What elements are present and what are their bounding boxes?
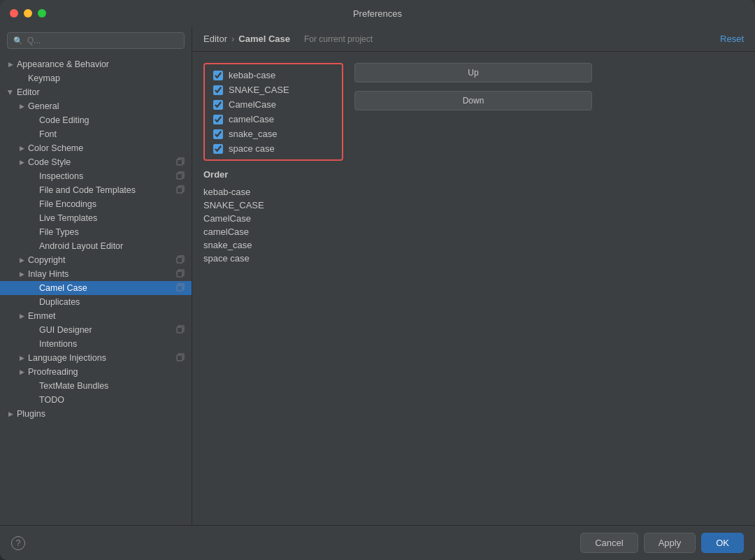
sidebar-item-label: File Types [39, 227, 79, 237]
sidebar-item-label: Code Style [28, 157, 71, 167]
sidebar-item-file-types[interactable]: File Types [0, 225, 192, 239]
search-box[interactable]: 🔍 [7, 32, 185, 49]
checkbox-camel-case-upper[interactable] [213, 100, 223, 110]
sidebar-item-label: Inspections [39, 171, 83, 181]
sidebar-item-label: File Encodings [39, 199, 96, 209]
svg-rect-7 [177, 355, 182, 361]
copy-icon [176, 283, 186, 293]
sidebar-item-inspections[interactable]: Inspections [0, 169, 192, 183]
sidebar-item-label: Appearance & Behavior [17, 59, 109, 69]
up-button[interactable]: Up [354, 63, 592, 82]
sidebar-item-label: Code Editing [39, 115, 89, 125]
sidebar-item-appearance-behavior[interactable]: ▶Appearance & Behavior [0, 57, 192, 71]
chevron-icon: ▶ [17, 269, 27, 279]
sidebar-item-copyright[interactable]: ▶Copyright [0, 253, 192, 267]
sidebar-item-intentions[interactable]: Intentions [0, 337, 192, 351]
checkbox-snake-case-upper[interactable] [213, 85, 223, 95]
svg-rect-6 [177, 327, 182, 333]
window-title: Preferences [353, 8, 402, 19]
sidebar-item-textmate-bundles[interactable]: TextMate Bundles [0, 379, 192, 393]
sidebar-item-camel-case[interactable]: Camel Case [0, 281, 192, 295]
checkbox-label-kebab-case: kebab-case [229, 70, 275, 80]
breadcrumb-separator: › [231, 34, 234, 44]
checkbox-item-snake-case-lower[interactable]: snake_case [213, 129, 333, 139]
sidebar-item-duplicates[interactable]: Duplicates [0, 295, 192, 309]
sidebar-item-android-layout-editor[interactable]: Android Layout Editor [0, 239, 192, 253]
sidebar-item-editor[interactable]: ▶Editor [0, 85, 192, 99]
svg-rect-0 [177, 159, 182, 165]
sidebar-item-file-encodings[interactable]: File Encodings [0, 197, 192, 211]
sidebar-item-gui-designer[interactable]: GUI Designer [0, 323, 192, 337]
chevron-icon: ▶ [17, 157, 27, 167]
copy-icon [176, 269, 186, 279]
close-button[interactable] [10, 9, 18, 17]
sidebar-item-keymap[interactable]: Keymap [0, 71, 192, 85]
checkbox-item-snake-case-upper[interactable]: SNAKE_CASE [213, 85, 333, 95]
sidebar-item-label: TextMate Bundles [39, 381, 108, 391]
search-input[interactable] [27, 36, 178, 45]
search-icon: 🔍 [13, 36, 23, 45]
sidebar-item-live-templates[interactable]: Live Templates [0, 211, 192, 225]
sidebar-item-label: Intentions [39, 339, 77, 349]
checkbox-item-space-case[interactable]: space case [213, 143, 333, 154]
traffic-lights [10, 9, 46, 17]
sidebar-item-label: TODO [39, 395, 64, 405]
sidebar-item-label: General [28, 101, 59, 111]
help-button[interactable]: ? [11, 536, 25, 550]
sidebar-item-color-scheme[interactable]: ▶Color Scheme [0, 141, 192, 155]
order-section: Order kebab-caseSNAKE_CASECamelCasecamel… [203, 169, 343, 265]
checkbox-snake-case-lower[interactable] [213, 129, 223, 139]
order-item: SNAKE_CASE [203, 199, 343, 212]
sidebar-item-language-injections[interactable]: ▶Language Injections [0, 351, 192, 365]
order-item: snake_case [203, 238, 343, 252]
checkbox-kebab-case[interactable] [213, 71, 223, 80]
sidebar-item-label: Language Injections [28, 353, 106, 363]
sidebar-item-label: Live Templates [39, 213, 97, 223]
ok-button[interactable]: OK [701, 533, 744, 553]
sidebar-item-font[interactable]: Font [0, 127, 192, 141]
checkbox-camel-case-lower[interactable] [213, 115, 223, 124]
sidebar-item-code-style[interactable]: ▶Code Style [0, 155, 192, 169]
chevron-icon: ▶ [17, 143, 27, 153]
checkbox-label-snake-case-upper: SNAKE_CASE [229, 85, 289, 95]
svg-rect-4 [177, 271, 182, 277]
sidebar-item-proofreading[interactable]: ▶Proofreading [0, 365, 192, 379]
chevron-icon: ▶ [6, 87, 15, 97]
minimize-button[interactable] [24, 9, 32, 17]
left-column: kebab-caseSNAKE_CASECamelCasecamelCasesn… [203, 63, 343, 514]
down-button[interactable]: Down [354, 91, 592, 110]
sidebar-item-label: Emmet [28, 311, 56, 321]
checkbox-item-kebab-case[interactable]: kebab-case [213, 70, 333, 80]
checkbox-label-camel-case-lower: camelCase [229, 114, 274, 124]
sidebar-item-label: Plugins [17, 409, 45, 419]
breadcrumb: Editor › Camel Case [203, 34, 290, 44]
apply-button[interactable]: Apply [644, 533, 696, 553]
checkbox-label-camel-case-upper: CamelCase [229, 99, 276, 110]
sidebar-item-label: Editor [17, 87, 40, 97]
order-item: kebab-case [203, 185, 343, 199]
sidebar-item-code-editing[interactable]: Code Editing [0, 113, 192, 127]
cancel-button[interactable]: Cancel [580, 533, 638, 553]
svg-rect-5 [177, 285, 182, 291]
copy-icon [176, 325, 186, 335]
sidebar-item-label: Keymap [28, 73, 60, 83]
sidebar-item-file-and-code-templates[interactable]: File and Code Templates [0, 183, 192, 197]
reset-button[interactable]: Reset [720, 34, 744, 44]
checkbox-space-case[interactable] [213, 144, 223, 154]
main-content: 🔍 ▶Appearance & BehaviorKeymap▶Editor▶Ge… [0, 27, 755, 525]
sidebar-item-general[interactable]: ▶General [0, 99, 192, 113]
sidebar-item-todo[interactable]: TODO [0, 393, 192, 407]
sidebar-item-inlay-hints[interactable]: ▶Inlay Hints [0, 267, 192, 281]
copy-icon [176, 185, 186, 195]
checkbox-item-camel-case-lower[interactable]: camelCase [213, 114, 333, 124]
chevron-icon: ▶ [17, 367, 27, 377]
sidebar-item-plugins[interactable]: ▶Plugins [0, 407, 192, 421]
order-item: space case [203, 252, 343, 265]
sidebar-item-emmet[interactable]: ▶Emmet [0, 309, 192, 323]
maximize-button[interactable] [38, 9, 46, 17]
svg-rect-3 [177, 257, 182, 263]
chevron-icon: ▶ [17, 255, 27, 265]
chevron-icon: ▶ [6, 59, 15, 69]
checkbox-group: kebab-caseSNAKE_CASECamelCasecamelCasesn… [203, 63, 343, 161]
checkbox-item-camel-case-upper[interactable]: CamelCase [213, 99, 333, 110]
